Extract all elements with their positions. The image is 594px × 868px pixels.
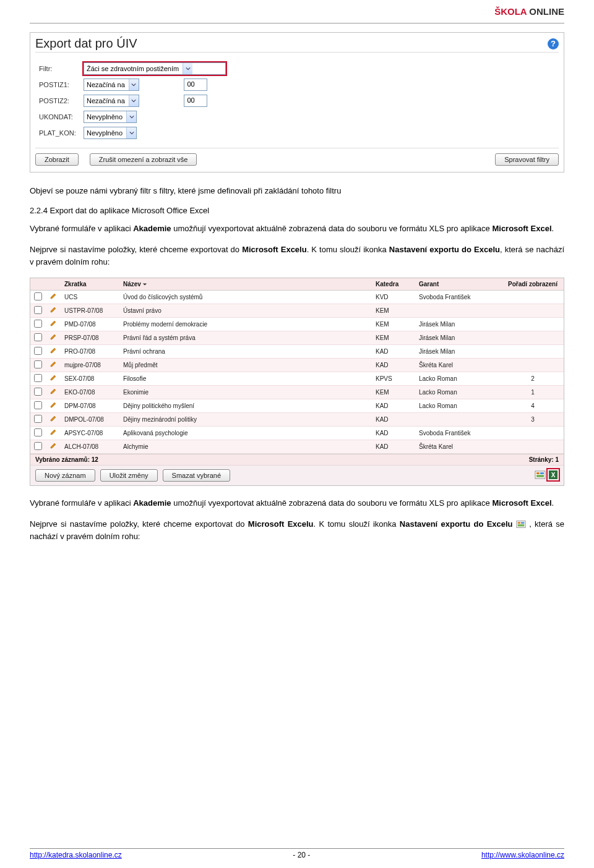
cell: Ústavní právo bbox=[119, 304, 372, 317]
edit-icon[interactable] bbox=[50, 306, 57, 313]
row-label: PLAT_KON: bbox=[37, 126, 80, 140]
grid-footer: Vybráno záznamů: 12 Stránky: 1 bbox=[30, 454, 564, 465]
filter-panel-screenshot: Export dat pro ÚIV ? Filtr: Žáci se zdra… bbox=[30, 32, 564, 172]
postiz2-value-input[interactable]: 00 bbox=[184, 95, 207, 107]
cell bbox=[502, 426, 564, 440]
cell: APSYC-07/08 bbox=[61, 426, 119, 440]
row-checkbox[interactable] bbox=[34, 442, 42, 450]
grid-screenshot: Zkratka Název Katedra Garant Pořadí zobr… bbox=[30, 278, 564, 486]
show-button[interactable]: Zobrazit bbox=[35, 153, 79, 166]
row-checkbox[interactable] bbox=[34, 428, 42, 436]
edit-icon[interactable] bbox=[50, 333, 57, 341]
svg-rect-1 bbox=[536, 472, 540, 474]
row-checkbox[interactable] bbox=[34, 333, 42, 341]
save-changes-button[interactable]: Uložit změny bbox=[100, 469, 158, 482]
brand-logo: ŠKOLA ONLINE bbox=[494, 6, 564, 17]
cell: Lacko Roman bbox=[415, 399, 502, 412]
postiz1-op-select[interactable]: Nezačíná na bbox=[84, 79, 139, 91]
edit-icon[interactable] bbox=[50, 428, 57, 436]
panel-title: Export dat pro ÚIV bbox=[35, 36, 137, 51]
edit-icon[interactable] bbox=[50, 442, 57, 449]
cell: EKO-07/08 bbox=[61, 385, 119, 399]
help-icon[interactable]: ? bbox=[548, 38, 559, 49]
footer-left-link[interactable]: http://katedra.skolaonline.cz bbox=[30, 851, 122, 859]
manage-filters-button[interactable]: Spravovat filtry bbox=[495, 153, 559, 166]
svg-rect-9 bbox=[518, 524, 525, 527]
cell: DPM-07/08 bbox=[61, 399, 119, 412]
col-poradi[interactable]: Pořadí zobrazení bbox=[502, 278, 564, 291]
cell bbox=[502, 331, 564, 344]
postiz1-value-input[interactable]: 00 bbox=[184, 79, 207, 91]
cell: KAD bbox=[372, 412, 415, 426]
cell: Dějiny mezinárodní politiky bbox=[119, 412, 372, 426]
row-checkbox[interactable] bbox=[34, 292, 42, 300]
cell: KEM bbox=[372, 331, 415, 344]
cell: SEX-07/08 bbox=[61, 372, 119, 385]
chevron-down-icon bbox=[126, 111, 136, 122]
svg-rect-2 bbox=[540, 472, 544, 474]
platkon-op-select[interactable]: Nevyplněno bbox=[84, 127, 137, 139]
postiz2-op-select[interactable]: Nezačíná na bbox=[84, 95, 139, 107]
export-excel-icon[interactable]: X bbox=[548, 469, 559, 480]
cell: Svoboda František bbox=[415, 426, 502, 440]
row-label: UKONDAT: bbox=[37, 109, 80, 124]
cell: Jirásek Milan bbox=[415, 344, 502, 358]
chevron-down-icon bbox=[129, 95, 139, 106]
new-record-button[interactable]: Nový záznam bbox=[35, 469, 95, 482]
edit-icon[interactable] bbox=[50, 415, 57, 422]
paragraph: Objeví se pouze námi vybraný filtr s fil… bbox=[30, 185, 564, 197]
row-checkbox[interactable] bbox=[34, 401, 42, 409]
cell: PRO-07/08 bbox=[61, 344, 119, 358]
col-garant[interactable]: Garant bbox=[415, 278, 502, 291]
footer-right-link[interactable]: http://www.skolaonline.cz bbox=[481, 851, 564, 859]
cell: mujpre-07/08 bbox=[61, 358, 119, 372]
edit-icon[interactable] bbox=[50, 401, 57, 409]
reset-button[interactable]: Zrušit omezení a zobrazit vše bbox=[90, 153, 197, 166]
cell: UCS bbox=[61, 290, 119, 304]
col-nazev[interactable]: Název bbox=[119, 278, 372, 291]
cell: KEM bbox=[372, 317, 415, 331]
filter-label: Filtr: bbox=[37, 61, 80, 76]
cell: Lacko Roman bbox=[415, 385, 502, 399]
edit-icon[interactable] bbox=[50, 292, 57, 300]
cell bbox=[502, 304, 564, 317]
table-row: PMD-07/08Problémy moderní demokracieKEMJ… bbox=[30, 317, 564, 331]
row-checkbox[interactable] bbox=[34, 347, 42, 355]
row-checkbox[interactable] bbox=[34, 388, 42, 396]
edit-icon[interactable] bbox=[50, 360, 57, 368]
row-checkbox[interactable] bbox=[34, 415, 42, 423]
table-row: mujpre-07/08Můj předmětKADŠkréta Karel bbox=[30, 358, 564, 372]
col-zkratka[interactable]: Zkratka bbox=[61, 278, 119, 291]
filter-select[interactable]: Žáci se zdravotním postižením bbox=[84, 62, 226, 75]
sort-desc-icon bbox=[142, 281, 147, 287]
table-row: ALCH-07/08AlchymieKADŠkréta Karel bbox=[30, 440, 564, 453]
cell bbox=[502, 317, 564, 331]
page-header: ŠKOLA ONLINE bbox=[30, 6, 564, 23]
cell: KEM bbox=[372, 385, 415, 399]
edit-icon[interactable] bbox=[50, 388, 57, 395]
cell: KAD bbox=[372, 344, 415, 358]
row-checkbox[interactable] bbox=[34, 306, 42, 314]
edit-icon[interactable] bbox=[50, 347, 57, 354]
cell: Škréta Karel bbox=[415, 358, 502, 372]
row-checkbox[interactable] bbox=[34, 374, 42, 382]
chevron-down-icon bbox=[183, 63, 192, 74]
paragraph: Nejprve si nastavíme položky, které chce… bbox=[30, 518, 564, 543]
ukondat-op-select[interactable]: Nevyplněno bbox=[84, 111, 137, 123]
excel-settings-icon[interactable] bbox=[535, 469, 546, 480]
paragraph: Vybrané formuláře v aplikaci Akademie um… bbox=[30, 497, 564, 509]
table-row: PRSP-07/08Právní řád a systém právaKEMJi… bbox=[30, 331, 564, 344]
table-row: EKO-07/08EkonimieKEMLacko Roman1 bbox=[30, 385, 564, 399]
cell: KVD bbox=[372, 290, 415, 304]
row-checkbox[interactable] bbox=[34, 320, 42, 328]
cell: Jirásek Milan bbox=[415, 317, 502, 331]
svg-rect-7 bbox=[518, 522, 520, 524]
row-checkbox[interactable] bbox=[34, 360, 42, 368]
edit-icon[interactable] bbox=[50, 374, 57, 381]
cell: Úvod do číslicových systémů bbox=[119, 290, 372, 304]
delete-selected-button[interactable]: Smazat vybrané bbox=[163, 469, 230, 482]
cell bbox=[502, 358, 564, 372]
col-katedra[interactable]: Katedra bbox=[372, 278, 415, 291]
edit-icon[interactable] bbox=[50, 320, 57, 327]
table-row: DPM-07/08Dějiny politického myšleníKADLa… bbox=[30, 399, 564, 412]
